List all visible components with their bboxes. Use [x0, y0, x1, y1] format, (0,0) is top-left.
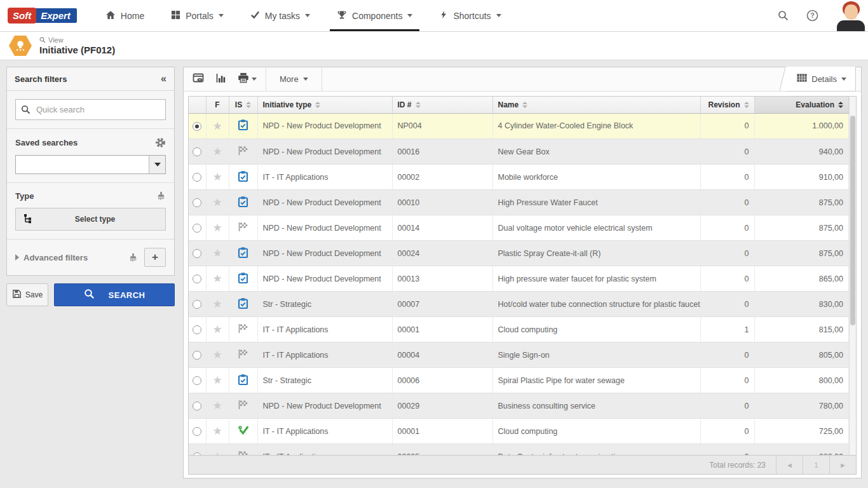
prev-page-button[interactable]: ◄ — [776, 456, 803, 474]
lightning-icon — [439, 10, 448, 22]
table-row[interactable]: ★Str - Strategic00006Spiral Plastic Pipe… — [189, 368, 849, 393]
details-view-button[interactable]: Details — [786, 67, 856, 92]
cell-evaluation: 1.000,00 — [754, 114, 849, 139]
clear-filter-icon[interactable] — [156, 191, 166, 201]
save-button[interactable]: Save — [6, 283, 48, 306]
search-icon[interactable] — [778, 10, 789, 21]
col-header-select — [189, 97, 206, 113]
clear-filter-icon[interactable] — [128, 253, 138, 262]
row-select-radio[interactable] — [189, 342, 206, 368]
table-row[interactable]: ★IT - IT Applications00001Cloud computin… — [189, 419, 849, 444]
table-row[interactable]: ★NPD - New Product Development00010High … — [189, 190, 849, 215]
quick-search-input[interactable] — [15, 99, 166, 120]
favorite-star-icon[interactable]: ★ — [206, 292, 229, 317]
more-button[interactable]: More — [269, 67, 318, 92]
grid-body: ★NPD - New Product DevelopmentNP0044 Cyl… — [189, 114, 856, 457]
row-select-radio[interactable] — [189, 215, 206, 241]
cell-evaluation: 910,00 — [754, 165, 849, 190]
cell-revision: 0 — [700, 393, 754, 419]
favorite-star-icon[interactable]: ★ — [206, 317, 229, 342]
favorite-star-icon[interactable]: ★ — [206, 165, 229, 190]
cell-revision: 0 — [700, 114, 754, 139]
chevron-down-icon — [841, 78, 846, 81]
print-button[interactable] — [232, 70, 262, 89]
table-row[interactable]: ★IT - IT Applications00001Cloud computin… — [189, 317, 849, 342]
nav-item-my-tasks[interactable]: My tasks — [237, 0, 323, 31]
favorite-star-icon[interactable]: ★ — [206, 190, 229, 215]
table-row[interactable]: ★NPD - New Product Development00024Plast… — [189, 241, 849, 266]
cell-revision: 0 — [700, 419, 754, 444]
col-header-favorite[interactable]: F — [206, 97, 229, 113]
cell-name: Single Sign-on — [492, 342, 700, 368]
table-body: ★NPD - New Product DevelopmentNP0044 Cyl… — [189, 114, 849, 457]
cell-id: 00024 — [392, 241, 492, 266]
table-row[interactable]: ★NPD - New Product Development00013High … — [189, 266, 849, 292]
cell-initiative-type: NPD - New Product Development — [257, 139, 392, 165]
table-row[interactable]: ★NPD - New Product Development00029Busin… — [189, 393, 849, 419]
cell-id: 00006 — [392, 368, 492, 393]
cell-initiative-type: NPD - New Product Development — [257, 241, 392, 266]
add-filter-button[interactable]: + — [144, 248, 166, 267]
select-type-button[interactable]: Select type — [15, 208, 166, 231]
nav-item-home[interactable]: Home — [92, 0, 158, 31]
row-select-radio[interactable] — [189, 241, 206, 266]
row-select-radio[interactable] — [189, 393, 206, 419]
chart-button[interactable] — [210, 70, 232, 89]
user-avatar[interactable] — [836, 1, 865, 31]
breadcrumb-section: View — [48, 36, 64, 44]
favorite-star-icon[interactable]: ★ — [206, 368, 229, 393]
table-row[interactable]: ★IT - IT Applications00004Single Sign-on… — [189, 342, 849, 368]
table-row[interactable]: ★IT - IT Applications00002Mobile workfor… — [189, 165, 849, 190]
cell-evaluation: 725,00 — [754, 419, 849, 444]
row-select-radio[interactable] — [189, 317, 206, 342]
row-select-radio[interactable] — [189, 114, 206, 139]
checkered-flag-icon — [229, 393, 257, 419]
cell-id: 00001 — [392, 317, 492, 342]
table-row[interactable]: ★Str - Strategic00007Hot/cold water tube… — [189, 292, 849, 317]
nav-item-components[interactable]: Components — [323, 0, 426, 31]
cell-revision: 1 — [700, 317, 754, 342]
favorite-star-icon[interactable]: ★ — [206, 114, 229, 139]
table-row[interactable]: ★NPD - New Product Development00016New G… — [189, 139, 849, 165]
favorite-star-icon[interactable]: ★ — [206, 419, 229, 444]
row-select-radio[interactable] — [189, 292, 206, 317]
col-header-evaluation[interactable]: Evaluation — [754, 97, 849, 113]
help-icon[interactable]: ? — [806, 10, 818, 22]
softexpert-logo[interactable]: Soft Expert — [8, 7, 78, 24]
favorite-star-icon[interactable]: ★ — [206, 342, 229, 368]
search-button[interactable]: SEARCH — [54, 283, 175, 306]
chevron-down-icon — [219, 14, 224, 17]
row-select-radio[interactable] — [189, 266, 206, 292]
favorite-star-icon[interactable]: ★ — [206, 139, 229, 165]
cell-name: Dual voltage motor vehicle electrical sy… — [492, 215, 700, 241]
collapse-sidebar-button[interactable]: « — [161, 74, 166, 84]
favorite-star-icon[interactable]: ★ — [206, 241, 229, 266]
row-select-radio[interactable] — [189, 419, 206, 444]
col-header-id[interactable]: ID # — [392, 97, 492, 113]
scrollbar-thumb[interactable] — [850, 116, 855, 325]
gear-icon[interactable] — [155, 137, 166, 148]
advanced-filters-toggle[interactable]: Advanced filters — [24, 253, 88, 262]
vertical-scrollbar[interactable] — [849, 97, 856, 455]
nav-item-shortcuts[interactable]: Shortcuts — [426, 0, 514, 31]
favorite-star-icon[interactable]: ★ — [206, 266, 229, 292]
favorite-star-icon[interactable]: ★ — [206, 215, 229, 241]
favorite-star-icon[interactable]: ★ — [206, 393, 229, 419]
saved-searches-select[interactable] — [15, 155, 166, 174]
quick-search-icon — [21, 105, 31, 117]
nav-item-portals[interactable]: Portals — [158, 0, 237, 31]
row-select-radio[interactable] — [189, 139, 206, 165]
col-header-status[interactable]: IS — [229, 97, 257, 113]
view-record-button[interactable] — [187, 70, 210, 89]
col-header-initiative-type[interactable]: Initiative type — [257, 97, 392, 113]
table-row[interactable]: ★NPD - New Product DevelopmentNP0044 Cyl… — [189, 114, 849, 139]
col-header-name[interactable]: Name — [492, 97, 700, 113]
row-select-radio[interactable] — [189, 165, 206, 190]
row-select-radio[interactable] — [189, 368, 206, 393]
current-page: 1 — [803, 456, 829, 474]
table-row[interactable]: ★NPD - New Product Development00014Dual … — [189, 215, 849, 241]
cell-evaluation: 830,00 — [754, 292, 849, 317]
col-header-revision[interactable]: Revision — [700, 97, 754, 113]
next-page-button[interactable]: ► — [829, 456, 856, 474]
row-select-radio[interactable] — [189, 190, 206, 215]
